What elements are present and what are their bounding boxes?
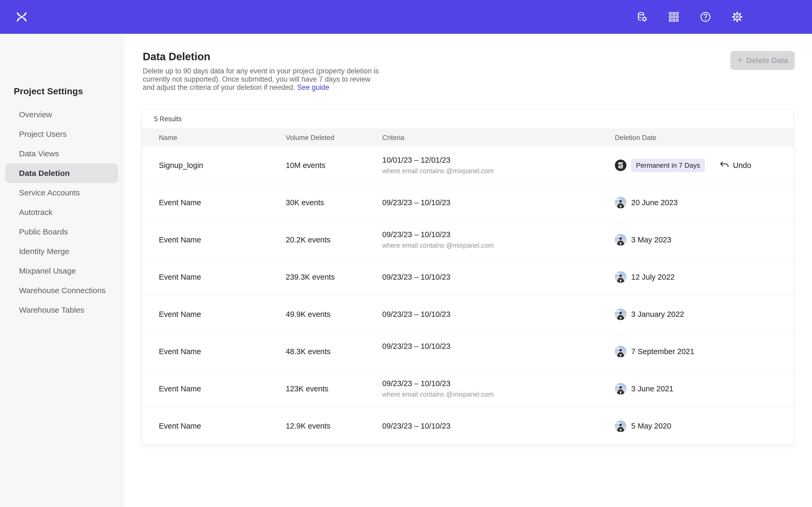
table-body: Signup_login 10M events 10/01/23 – 12/01… xyxy=(142,147,794,444)
row-event-name: Event Name xyxy=(159,235,286,244)
deletion-date-text: 20 June 2023 xyxy=(631,198,678,207)
results-count: 5 Results xyxy=(142,109,794,128)
user-avatar xyxy=(615,383,626,395)
row-criteria: 09/23/23 – 10/10/23 xyxy=(382,342,615,361)
sidebar-item-mixpanel-usage[interactable]: Mixpanel Usage xyxy=(5,261,118,281)
sidebar-item-warehouse-tables[interactable]: Warehouse Tables xyxy=(5,300,118,320)
help-icon[interactable] xyxy=(699,11,712,23)
user-avatar xyxy=(615,420,626,432)
page-description: Delete up to 90 days data for any event … xyxy=(143,67,379,92)
row-event-name: Event Name xyxy=(159,422,286,431)
row-criteria-filter xyxy=(382,353,615,361)
row-criteria-range: 09/23/23 – 10/10/23 xyxy=(382,342,615,351)
sidebar-item-warehouse-connections[interactable]: Warehouse Connections xyxy=(5,281,118,300)
row-event-name: Event Name xyxy=(159,385,286,393)
row-criteria-range: 09/23/23 – 10/10/23 xyxy=(382,422,615,431)
table-row[interactable]: Event Name 49.9K events 09/23/23 – 10/10… xyxy=(142,296,794,333)
sidebar-item-overview[interactable]: Overview xyxy=(5,105,118,124)
row-criteria: 09/23/23 – 10/10/23 xyxy=(382,310,615,319)
row-volume-deleted: 20.2K events xyxy=(286,235,382,244)
deletion-date-text: 5 May 2020 xyxy=(631,422,671,431)
mixpanel-logo-icon[interactable] xyxy=(15,11,28,23)
sidebar-item-identity-merge[interactable]: Identity Merge xyxy=(5,242,118,261)
page-description-text: Delete up to 90 days data for any event … xyxy=(143,67,379,91)
row-criteria: 09/23/23 – 10/10/23 where email contains… xyxy=(382,230,615,249)
permanent-badge: Permanent in 7 Days xyxy=(631,159,705,172)
row-deletion-date: 20 June 2023 xyxy=(615,197,794,208)
row-criteria: 09/23/23 – 10/10/23 xyxy=(382,422,615,431)
table-row[interactable]: Event Name 123K events 09/23/23 – 10/10/… xyxy=(142,370,794,407)
column-header-deletion-date: Deletion Date xyxy=(615,133,794,142)
undo-button[interactable]: Undo xyxy=(719,160,751,171)
deletion-date-text: 7 September 2021 xyxy=(631,347,694,356)
user-avatar xyxy=(615,160,626,171)
deletion-date-text: 3 May 2023 xyxy=(631,235,671,244)
plus-icon: + xyxy=(737,55,743,65)
column-header-name: Name xyxy=(159,133,286,142)
row-deletion-date: 3 May 2023 xyxy=(615,234,794,245)
deletion-date-text: 12 July 2022 xyxy=(631,273,674,281)
row-criteria: 09/23/23 – 10/10/23 xyxy=(382,198,615,207)
table-row[interactable]: Event Name 239.3K events 09/23/23 – 10/1… xyxy=(142,259,794,296)
table-row[interactable]: Event Name 20.2K events 09/23/23 – 10/10… xyxy=(142,221,794,259)
settings-gear-icon[interactable] xyxy=(731,11,743,23)
row-criteria-filter: where email contains @mixpanel.com xyxy=(382,391,615,398)
sidebar-item-autotrack[interactable]: Autotrack xyxy=(5,203,118,222)
row-criteria: 10/01/23 – 12/01/23 where email contains… xyxy=(382,156,615,175)
column-header-volume-deleted: Volume Deleted xyxy=(286,133,382,142)
user-avatar xyxy=(615,271,626,283)
deletion-date-text: 3 June 2021 xyxy=(631,385,673,393)
row-criteria-range: 09/23/23 – 10/10/23 xyxy=(382,273,615,281)
row-deletion-date: 7 September 2021 xyxy=(615,346,794,357)
row-criteria-range: 09/23/23 – 10/10/23 xyxy=(382,310,615,319)
row-volume-deleted: 49.9K events xyxy=(286,310,382,319)
row-volume-deleted: 12.9K events xyxy=(286,422,382,431)
table-row[interactable]: Event Name 12.9K events 09/23/23 – 10/10… xyxy=(142,407,794,444)
row-criteria: 09/23/23 – 10/10/23 where email contains… xyxy=(382,379,615,398)
data-deletion-page: Project Settings Overview Project Users … xyxy=(0,0,812,507)
row-deletion-date: 3 June 2021 xyxy=(615,383,794,395)
row-event-name: Event Name xyxy=(159,347,286,356)
undo-label: Undo xyxy=(733,161,751,170)
row-criteria-filter: where email contains @mixpanel.com xyxy=(382,242,615,249)
row-criteria: 09/23/23 – 10/10/23 xyxy=(382,273,615,281)
user-avatar xyxy=(615,308,626,320)
table-header-row: Name Volume Deleted Criteria Deletion Da… xyxy=(142,128,794,147)
row-event-name: Signup_login xyxy=(159,161,286,170)
sidebar-item-public-boards[interactable]: Public Boards xyxy=(5,222,118,242)
apps-grid-icon[interactable] xyxy=(668,11,680,23)
sidebar-item-project-users[interactable]: Project Users xyxy=(5,124,118,144)
project-settings-sidebar: Project Settings Overview Project Users … xyxy=(0,34,124,507)
delete-data-button[interactable]: + Delete Data xyxy=(730,51,795,70)
table-row[interactable]: Signup_login 10M events 10/01/23 – 12/01… xyxy=(142,147,794,184)
user-avatar xyxy=(615,346,626,357)
row-criteria-filter: where email contains @mixpanel.com xyxy=(382,167,615,175)
data-management-icon[interactable] xyxy=(636,11,648,23)
deletion-date-text: 3 January 2022 xyxy=(631,310,684,319)
row-deletion-date: 12 July 2022 xyxy=(615,271,794,283)
delete-data-button-label: Delete Data xyxy=(747,56,788,65)
row-event-name: Event Name xyxy=(159,310,286,319)
sidebar-item-data-deletion[interactable]: Data Deletion xyxy=(5,163,118,183)
sidebar-title: Project Settings xyxy=(14,86,83,96)
row-event-name: Event Name xyxy=(159,273,286,281)
row-criteria-range: 09/23/23 – 10/10/23 xyxy=(382,198,615,207)
deletion-table-card: 5 Results Name Volume Deleted Criteria D… xyxy=(142,109,794,444)
row-event-name: Event Name xyxy=(159,198,286,207)
row-volume-deleted: 10M events xyxy=(286,161,382,170)
row-volume-deleted: 48.3K events xyxy=(286,347,382,356)
row-deletion-date: Permanent in 7 Days Undo xyxy=(615,159,794,172)
sidebar-item-data-views[interactable]: Data Views xyxy=(5,144,118,163)
user-avatar xyxy=(615,234,626,245)
sidebar-item-service-accounts[interactable]: Service Accounts xyxy=(5,183,118,203)
user-avatar xyxy=(615,197,626,208)
row-volume-deleted: 239.3K events xyxy=(286,273,382,281)
row-deletion-date: 3 January 2022 xyxy=(615,308,794,320)
table-row[interactable]: Event Name 48.3K events 09/23/23 – 10/10… xyxy=(142,333,794,370)
see-guide-link[interactable]: See guide xyxy=(297,83,329,91)
table-row[interactable]: Event Name 30K events 09/23/23 – 10/10/2… xyxy=(142,184,794,221)
column-header-criteria: Criteria xyxy=(382,133,615,142)
row-criteria-range: 09/23/23 – 10/10/23 xyxy=(382,379,615,388)
row-volume-deleted: 123K events xyxy=(286,385,382,393)
page-title: Data Deletion xyxy=(143,51,210,63)
